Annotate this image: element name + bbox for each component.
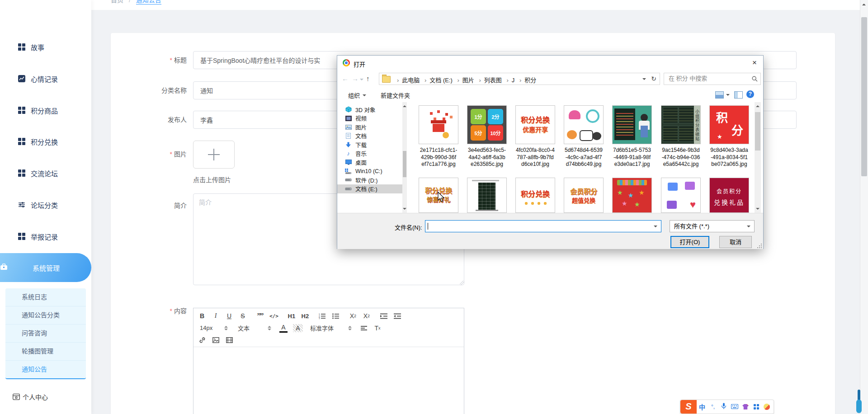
- highlight-color-button[interactable]: A: [293, 324, 303, 332]
- scroll-thumb[interactable]: [403, 151, 406, 177]
- submenu-item-system-log[interactable]: 系统日志: [5, 288, 86, 306]
- place-drive-c[interactable]: Win10 (C:): [337, 167, 402, 176]
- search-box[interactable]: [664, 73, 761, 85]
- up-icon[interactable]: ↑: [366, 75, 370, 82]
- place-drive-d[interactable]: 软件 (D:): [337, 175, 402, 184]
- sidebar-item-system-management[interactable]: 系统管理: [0, 253, 91, 282]
- italic-button[interactable]: I: [212, 312, 220, 320]
- heading1-button[interactable]: H1: [288, 312, 296, 320]
- history-dropdown-icon[interactable]: [360, 79, 363, 82]
- outdent-button[interactable]: [380, 312, 388, 320]
- files-scrollbar[interactable]: [755, 102, 761, 213]
- place-pictures[interactable]: 图片: [337, 122, 402, 132]
- code-button[interactable]: </>: [269, 312, 278, 320]
- microphone-icon[interactable]: [718, 403, 729, 411]
- font-size-select[interactable]: 14px: [198, 324, 230, 333]
- bullet-list-button[interactable]: [332, 312, 340, 320]
- submenu-item-carousel[interactable]: 轮播图管理: [5, 343, 86, 361]
- scroll-up-icon[interactable]: [756, 104, 760, 107]
- strikethrough-button[interactable]: S: [239, 312, 247, 320]
- editor-content-area[interactable]: [193, 347, 464, 414]
- ime-mode-toggle[interactable]: 中: [697, 402, 708, 411]
- place-downloads[interactable]: 下载: [337, 140, 402, 149]
- search-input[interactable]: [668, 75, 746, 82]
- sogou-logo-icon[interactable]: S: [680, 400, 697, 414]
- address-dropdown-icon[interactable]: [642, 78, 646, 82]
- sidebar-item-story[interactable]: 故事: [0, 41, 91, 53]
- preview-pane-icon[interactable]: [734, 91, 743, 99]
- path-segment-pictures[interactable]: 图片: [462, 77, 474, 84]
- emoji-icon[interactable]: [764, 404, 770, 410]
- refresh-icon[interactable]: ↻: [651, 75, 656, 82]
- submenu-item-notice-category[interactable]: 通知公告分类: [5, 306, 86, 325]
- text-style-select[interactable]: 文本: [236, 324, 273, 333]
- soft-keyboard-icon[interactable]: [729, 403, 740, 410]
- forward-icon[interactable]: →: [352, 75, 359, 82]
- breadcrumb-home[interactable]: 首页: [111, 0, 123, 4]
- view-mode-icon[interactable]: [715, 91, 724, 99]
- scroll-up-icon[interactable]: [862, 2, 866, 5]
- sidebar-item-points-goods[interactable]: 积分商品: [0, 104, 91, 116]
- image-button[interactable]: [212, 336, 220, 344]
- profile-center-link[interactable]: 个人中心: [13, 392, 48, 401]
- cancel-button[interactable]: 取消: [719, 236, 752, 248]
- close-icon[interactable]: ×: [752, 58, 757, 67]
- back-icon[interactable]: ←: [342, 75, 349, 82]
- align-button[interactable]: [360, 324, 368, 332]
- clear-format-button[interactable]: Tx: [373, 324, 382, 332]
- place-documents[interactable]: 文档: [337, 132, 402, 141]
- path-segment-points[interactable]: 积分: [524, 77, 536, 84]
- font-family-select[interactable]: 标准字体: [308, 324, 354, 333]
- screen-pen-tool-icon[interactable]: [856, 390, 862, 414]
- toolbox-icon[interactable]: [754, 404, 759, 409]
- path-segment-j[interactable]: J: [512, 77, 515, 84]
- place-music[interactable]: ♪ 音乐: [337, 149, 402, 158]
- dialog-resize-grip[interactable]: [757, 243, 762, 248]
- link-button[interactable]: [198, 336, 206, 344]
- text-color-button[interactable]: A: [279, 323, 288, 333]
- path-segment-list[interactable]: 列表图: [484, 77, 502, 84]
- dialog-titlebar[interactable]: 打开 ×: [337, 56, 763, 71]
- browser-scrollbar[interactable]: [860, 0, 868, 414]
- place-3d-objects[interactable]: 3D 对象: [337, 105, 402, 114]
- view-mode-caret-icon[interactable]: [726, 94, 730, 98]
- place-drive-e[interactable]: 文档 (E:): [337, 184, 402, 193]
- image-upload-box[interactable]: [193, 141, 235, 169]
- place-desktop[interactable]: 桌面: [337, 158, 402, 167]
- sidebar-item-forum[interactable]: 交流论坛: [0, 167, 91, 179]
- blockquote-button[interactable]: ””: [256, 312, 264, 320]
- textarea-resize-grip[interactable]: [460, 281, 464, 285]
- path-segment-drive-e[interactable]: 文档 (E:): [429, 77, 453, 84]
- breadcrumb-current[interactable]: 通知公告: [136, 0, 161, 5]
- scroll-thumb[interactable]: [755, 112, 760, 151]
- sidebar-item-points-exchange[interactable]: 积分兑换: [0, 136, 91, 147]
- filename-dropdown-icon[interactable]: [654, 226, 657, 229]
- address-bar[interactable]: ›此电脑 ›文档 (E:) ›图片 ›列表图 ›J ›积分 ↻: [379, 73, 660, 85]
- scroll-down-icon[interactable]: [403, 208, 406, 212]
- path-segment-this-pc[interactable]: 此电脑: [402, 77, 420, 84]
- filename-input[interactable]: [425, 220, 661, 232]
- subscript-button[interactable]: X2: [349, 312, 357, 320]
- scroll-thumb[interactable]: [861, 17, 867, 176]
- places-scrollbar[interactable]: [402, 102, 407, 213]
- punctuation-toggle[interactable]: °,: [708, 404, 718, 410]
- bold-button[interactable]: B: [198, 312, 206, 320]
- sidebar-item-report-record[interactable]: 举报记录: [0, 231, 91, 242]
- scroll-down-icon[interactable]: [756, 208, 760, 212]
- filetype-select[interactable]: 所有文件 (*.*): [670, 220, 755, 232]
- open-button[interactable]: 打开(O): [670, 236, 709, 248]
- organize-menu[interactable]: 组织: [348, 91, 366, 99]
- place-videos[interactable]: 视频: [337, 114, 402, 123]
- underline-button[interactable]: U: [225, 312, 233, 320]
- superscript-button[interactable]: X2: [363, 312, 371, 320]
- sidebar-item-mood-record[interactable]: 心情记录: [0, 73, 91, 85]
- video-button[interactable]: [225, 336, 233, 344]
- help-icon[interactable]: ?: [746, 90, 754, 98]
- skin-icon[interactable]: [742, 404, 749, 409]
- ordered-list-button[interactable]: 123: [318, 312, 326, 320]
- submenu-item-qa[interactable]: 问答咨询: [5, 325, 86, 343]
- heading2-button[interactable]: H2: [301, 312, 309, 320]
- indent-button[interactable]: [393, 312, 401, 320]
- new-folder-button[interactable]: 新建文件夹: [381, 91, 410, 99]
- scroll-up-icon[interactable]: [403, 104, 406, 107]
